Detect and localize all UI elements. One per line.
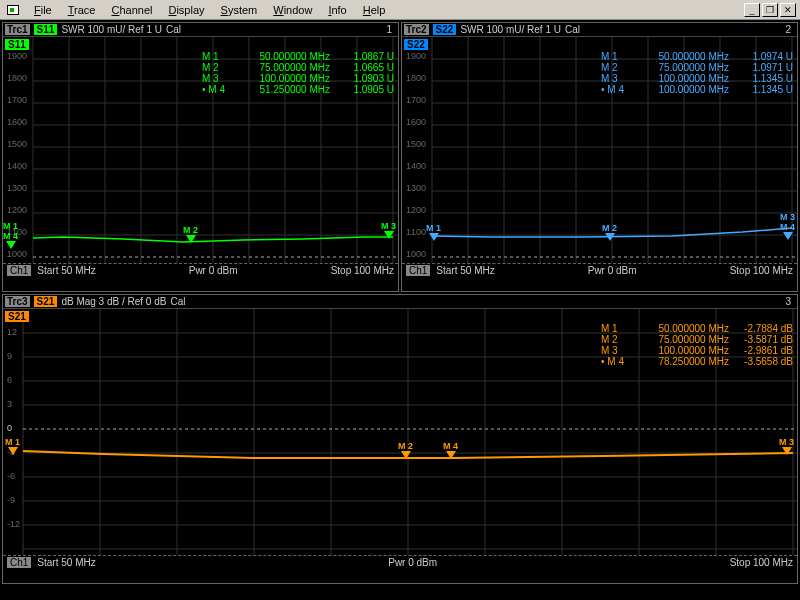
marker-flag-m1[interactable]: M 1	[5, 437, 20, 455]
marker-flag-m1[interactable]: M 1M 4	[3, 221, 18, 249]
cal-label: Cal	[166, 24, 181, 35]
menu-window[interactable]: Window	[265, 2, 320, 18]
menu-display[interactable]: Display	[160, 2, 212, 18]
trace-badge[interactable]: Trc2	[404, 24, 429, 35]
menu-info[interactable]: Info	[320, 2, 354, 18]
marker-table-s22: M 150.000000 MHz1.0974 U M 275.000000 MH…	[601, 51, 793, 95]
app-icon	[4, 2, 22, 18]
cal-label: Cal	[170, 296, 185, 307]
start-freq: Start 50 MHz	[37, 557, 95, 568]
minimize-button[interactable]: _	[744, 3, 760, 17]
power-level: Pwr 0 dBm	[96, 265, 331, 276]
marker-flag-m2[interactable]: M 2	[183, 225, 198, 243]
trace-header-s22: Trc2 S22 SWR 100 mU/ Ref 1 U Cal 2	[402, 23, 797, 37]
menu-system[interactable]: System	[213, 2, 266, 18]
trace-header-s11: Trc1 S11 SWR 100 mU/ Ref 1 U Cal 1	[3, 23, 398, 37]
panel-number: 2	[785, 24, 795, 35]
marker-table-s21: M 150.000000 MHz-2.7884 dB M 275.000000 …	[601, 323, 793, 367]
trace-header-s21: Trc3 S21 dB Mag 3 dB / Ref 0 dB Cal 3	[3, 295, 797, 309]
menu-file[interactable]: File	[26, 2, 60, 18]
side-label-s11: S11	[5, 39, 29, 50]
plot-area-s21[interactable]: S21 M 150.000000 MHz-2.7884 dB M 275.000…	[3, 309, 797, 555]
marker-flag-m3[interactable]: M 3	[779, 437, 794, 455]
channel-badge[interactable]: Ch1	[7, 557, 31, 568]
param-badge-s11[interactable]: S11	[34, 24, 58, 35]
panel-number: 1	[386, 24, 396, 35]
maximize-button[interactable]: ❐	[762, 3, 778, 17]
marker-table-s11: M 150.000000 MHz1.0867 U M 275.000000 MH…	[202, 51, 394, 95]
workspace: Trc1 S11 SWR 100 mU/ Ref 1 U Cal 1 S11 M…	[0, 20, 800, 586]
stop-freq: Stop 100 MHz	[331, 265, 394, 276]
side-label-s22: S22	[404, 39, 428, 50]
close-button[interactable]: ✕	[780, 3, 796, 17]
channel-badge[interactable]: Ch1	[7, 265, 31, 276]
trace-badge[interactable]: Trc1	[5, 24, 30, 35]
marker-flag-m2[interactable]: M 2	[602, 223, 617, 241]
trace-badge[interactable]: Trc3	[5, 296, 30, 307]
marker-flag-m1[interactable]: M 1	[426, 223, 441, 241]
menubar: File Trace Channel Display System Window…	[0, 0, 800, 20]
side-label-s21: S21	[5, 311, 29, 322]
marker-flag-m4[interactable]: M 4	[443, 441, 458, 459]
menu-help[interactable]: Help	[355, 2, 394, 18]
window-controls: _ ❐ ✕	[744, 3, 800, 17]
start-freq: Start 50 MHz	[37, 265, 95, 276]
plot-area-s11[interactable]: S11 M 150.000000 MHz1.0867 U M 275.00000…	[3, 37, 398, 263]
trace-mode: SWR 100 mU/ Ref 1 U	[61, 24, 162, 35]
panel-s11[interactable]: Trc1 S11 SWR 100 mU/ Ref 1 U Cal 1 S11 M…	[2, 22, 399, 292]
power-level: Pwr 0 dBm	[495, 265, 730, 276]
menu-trace[interactable]: Trace	[60, 2, 104, 18]
marker-flag-m3[interactable]: M 3	[381, 221, 396, 239]
stop-freq: Stop 100 MHz	[730, 557, 793, 568]
footer-s11: Ch1 Start 50 MHz Pwr 0 dBm Stop 100 MHz	[3, 263, 398, 277]
trace-mode: SWR 100 mU/ Ref 1 U	[460, 24, 561, 35]
footer-s21: Ch1 Start 50 MHz Pwr 0 dBm Stop 100 MHz	[3, 555, 797, 569]
plot-area-s22[interactable]: S22 M 150.000000 MHz1.0974 U M 275.00000…	[402, 37, 797, 263]
marker-flag-m3m4[interactable]: M 3M 4	[780, 212, 795, 240]
cal-label: Cal	[565, 24, 580, 35]
start-freq: Start 50 MHz	[436, 265, 494, 276]
panel-s22[interactable]: Trc2 S22 SWR 100 mU/ Ref 1 U Cal 2 S22 M…	[401, 22, 798, 292]
trace-mode: dB Mag 3 dB / Ref 0 dB	[61, 296, 166, 307]
param-badge-s21[interactable]: S21	[34, 296, 58, 307]
panel-number: 3	[785, 296, 795, 307]
marker-flag-m2[interactable]: M 2	[398, 441, 413, 459]
panel-s21[interactable]: Trc3 S21 dB Mag 3 dB / Ref 0 dB Cal 3 S2…	[2, 294, 798, 584]
power-level: Pwr 0 dBm	[96, 557, 730, 568]
stop-freq: Stop 100 MHz	[730, 265, 793, 276]
footer-s22: Ch1 Start 50 MHz Pwr 0 dBm Stop 100 MHz	[402, 263, 797, 277]
menu-channel[interactable]: Channel	[103, 2, 160, 18]
param-badge-s22[interactable]: S22	[433, 24, 457, 35]
channel-badge[interactable]: Ch1	[406, 265, 430, 276]
